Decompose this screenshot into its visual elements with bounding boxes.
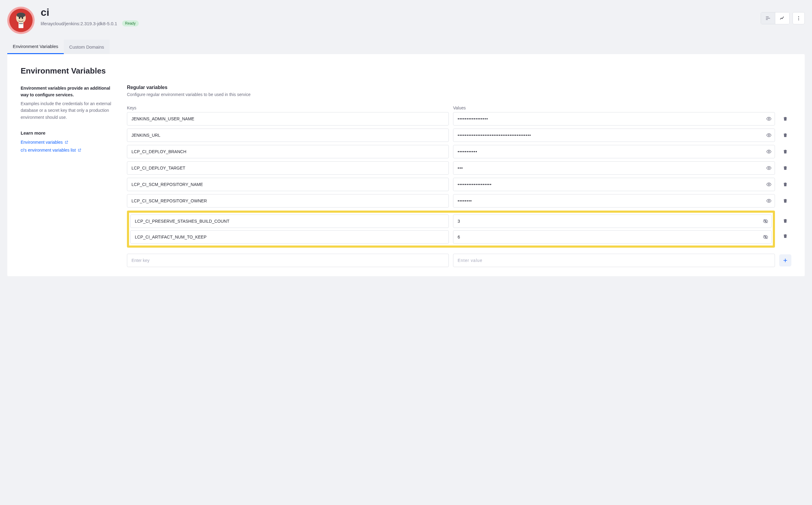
key-input[interactable] (135, 219, 444, 224)
svg-point-15 (768, 200, 770, 202)
delete-row-button[interactable] (779, 215, 791, 227)
variable-row (130, 230, 772, 244)
key-input[interactable] (131, 198, 444, 203)
tab-env-variables[interactable]: Environment Variables (7, 39, 64, 54)
key-input[interactable] (135, 234, 444, 239)
panel-sidebar: Environment variables provide an additio… (21, 85, 115, 270)
value-input[interactable] (458, 116, 770, 121)
new-key-field (127, 254, 449, 267)
variable-row (127, 194, 791, 207)
panel-main: Regular variables Configure regular envi… (127, 85, 791, 270)
key-field (127, 194, 449, 207)
variable-row (127, 161, 791, 175)
eye-off-icon (763, 218, 768, 224)
variable-row (127, 112, 791, 126)
learn-more-heading: Learn more (21, 130, 115, 136)
key-field (127, 129, 449, 142)
toggle-visibility-button[interactable] (766, 165, 772, 171)
col-values: Values (453, 106, 775, 110)
toggle-visibility-button[interactable] (766, 149, 772, 154)
value-input[interactable] (458, 198, 770, 203)
value-input[interactable] (458, 133, 770, 138)
env-panel: Environment Variables Environment variab… (7, 54, 805, 276)
variable-row (127, 178, 791, 191)
variable-row (127, 145, 791, 158)
key-field (127, 112, 449, 126)
key-input[interactable] (131, 133, 444, 138)
value-field (453, 214, 772, 228)
svg-point-5 (19, 17, 20, 19)
key-field (127, 178, 449, 191)
key-input[interactable] (131, 149, 444, 154)
svg-point-10 (768, 118, 770, 120)
delete-row-button[interactable] (779, 162, 791, 174)
link-env-variables[interactable]: Environment variables (21, 140, 115, 145)
toggle-visibility-button[interactable] (763, 234, 768, 240)
new-value-field (453, 254, 775, 267)
key-input[interactable] (131, 116, 444, 121)
value-input[interactable] (458, 182, 770, 187)
value-input[interactable] (458, 166, 770, 170)
trash-icon (783, 233, 788, 239)
header-actions (761, 12, 805, 24)
delete-row-button[interactable] (779, 146, 791, 158)
trash-icon (783, 198, 788, 204)
trash-icon (783, 165, 788, 171)
delete-row-button[interactable] (779, 113, 791, 125)
toggle-visibility-button[interactable] (766, 182, 772, 187)
key-input[interactable] (131, 258, 444, 263)
key-input[interactable] (131, 166, 444, 170)
status-badge: Ready (122, 20, 139, 26)
toggle-visibility-button[interactable] (766, 116, 772, 122)
section-title: Regular variables (127, 85, 791, 90)
value-input[interactable] (458, 219, 767, 224)
link-ci-env-list[interactable]: ci's environment variables list (21, 148, 115, 153)
trash-icon (783, 182, 788, 187)
delete-row-button[interactable] (779, 178, 791, 190)
trash-icon (783, 116, 788, 122)
page-subtitle: liferaycloud/jenkins:2.319.3-jdk8-5.0.1 (41, 21, 117, 26)
delete-row-button[interactable] (779, 195, 791, 207)
trash-icon (783, 133, 788, 138)
page-header: ci liferaycloud/jenkins:2.319.3-jdk8-5.0… (7, 7, 805, 34)
eye-icon (766, 198, 772, 204)
table-header: Keys Values (127, 106, 791, 112)
external-link-icon (78, 148, 81, 152)
more-menu-button[interactable] (793, 12, 805, 24)
delete-row-button[interactable] (779, 230, 791, 242)
view-toggle (761, 12, 790, 24)
chart-view-button[interactable] (775, 12, 789, 24)
list-view-button[interactable] (761, 12, 775, 24)
page-title: ci (41, 7, 755, 18)
key-input[interactable] (131, 182, 444, 187)
eye-icon (766, 182, 772, 187)
value-input[interactable] (458, 234, 767, 239)
value-field (453, 194, 775, 207)
intro-rest: Examples include the credentials for an … (21, 100, 115, 121)
svg-rect-4 (19, 23, 23, 24)
value-field (453, 112, 775, 126)
toggle-visibility-button[interactable] (766, 198, 772, 204)
key-field (130, 230, 449, 244)
eye-icon (766, 116, 772, 122)
link-label: ci's environment variables list (21, 148, 76, 153)
value-field (453, 161, 775, 175)
toggle-visibility-button[interactable] (763, 218, 768, 224)
eye-off-icon (763, 234, 768, 240)
delete-row-button[interactable] (779, 129, 791, 141)
kebab-icon (796, 15, 801, 21)
chart-line-icon (780, 15, 785, 21)
value-field (453, 145, 775, 158)
add-row-button[interactable] (779, 254, 791, 267)
svg-point-6 (22, 17, 23, 19)
trash-icon (783, 149, 788, 154)
trash-icon (783, 218, 788, 224)
tab-custom-domains[interactable]: Custom Domains (64, 39, 109, 54)
value-input[interactable] (458, 258, 770, 263)
svg-point-12 (768, 151, 770, 153)
value-field (453, 129, 775, 142)
jenkins-icon (9, 8, 33, 32)
value-input[interactable] (458, 149, 770, 154)
panel-title: Environment Variables (21, 66, 791, 76)
toggle-visibility-button[interactable] (766, 133, 772, 138)
